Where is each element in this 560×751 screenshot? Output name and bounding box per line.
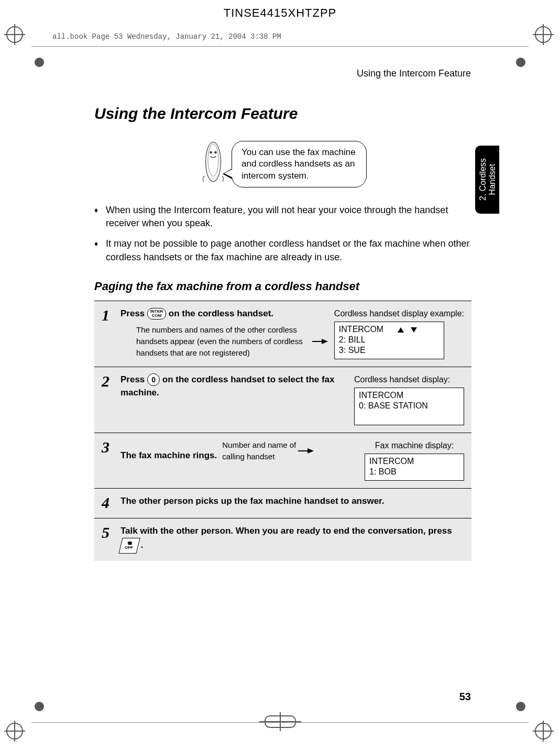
step-body: Press 0 on the cordless handset to selec…: [120, 373, 464, 425]
lcd-display: INTERCOM 0: BASE STATION: [354, 388, 464, 425]
display-label: Cordless handset display example:: [334, 307, 464, 319]
step-text: The fax machine rings.: [120, 449, 217, 462]
display-line: 1: BOB: [369, 467, 397, 476]
register-dot-icon: [516, 702, 525, 711]
callout-row: You can use the fax machine and cordless…: [94, 138, 471, 190]
lcd-display: INTERCOM 2: BILL 3: SUE: [334, 322, 444, 359]
step-text: Press: [120, 308, 147, 318]
lcd-display: INTERCOM 1: BOB: [365, 454, 464, 481]
step-number: 1: [102, 307, 118, 359]
register-dot-icon: [516, 58, 525, 67]
step-number: 5: [102, 525, 118, 554]
step-number: 4: [102, 495, 118, 511]
step-row: 2 Press 0 on the cordless handset to sel…: [94, 367, 471, 433]
step-row: 3 The fax machine rings. Number and name…: [94, 433, 471, 489]
display-line: INTERCOM: [359, 391, 403, 400]
step-subnote: The numbers and names of the other cordl…: [136, 324, 312, 358]
crop-mark-icon: [6, 26, 25, 45]
speech-bubble: You can use the fax machine and cordless…: [232, 141, 367, 187]
display-label: Fax machine display:: [365, 439, 464, 451]
step-row: 4 The other person picks up the fax mach…: [94, 489, 471, 518]
step-row: 5 Talk with the other person. When you a…: [94, 518, 471, 561]
arrow-line: [298, 450, 308, 451]
svg-point-1: [208, 144, 218, 176]
step-text: Talk with the other person. When you are…: [120, 526, 452, 536]
key-label: OFF: [125, 546, 133, 550]
bullet-item: It may not be possible to page another c…: [94, 237, 471, 263]
bullet-item: When using the Intercom feature, you wil…: [94, 204, 471, 230]
center-crop-icon: [265, 715, 296, 728]
print-frame-line: [31, 722, 529, 723]
step-number: 2: [102, 373, 118, 425]
display-line: INTERCOM: [339, 325, 383, 334]
display-line: INTERCOM: [369, 457, 414, 466]
display-line: 2: BILL: [339, 335, 366, 344]
display-label: Cordless handset display:: [354, 373, 464, 385]
zero-key-icon: 0: [147, 373, 160, 386]
page-number: 53: [459, 691, 471, 703]
crop-mark-icon: [535, 723, 554, 742]
triangle-up-icon: [398, 327, 404, 333]
arrow-right-icon: [322, 339, 328, 344]
step-row: 1 Press INTER COM: [94, 301, 471, 367]
display-line: 3: SUE: [339, 346, 366, 355]
handset-icon: [199, 138, 227, 190]
print-frame-line: [31, 46, 529, 47]
subheading: Paging the fax machine from a cordless h…: [94, 280, 471, 293]
steps-list: 1 Press INTER COM: [94, 301, 471, 561]
intercom-key-icon: INTER COM: [147, 308, 166, 319]
manual-page: TINSE4415XHTZPP all.book Page 53 Wednesd…: [0, 0, 560, 751]
register-dot-icon: [35, 702, 44, 711]
chapter-tab-label: 2. CordlessHandset: [478, 159, 496, 201]
step-text: The other person picks up the fax machin…: [120, 496, 385, 506]
register-dot-icon: [35, 58, 44, 67]
step-text: on the cordless handset.: [169, 308, 273, 318]
doc-code: TINSE4415XHTZPP: [224, 6, 337, 20]
step-number: 3: [102, 439, 118, 481]
step-text: Press: [120, 374, 147, 384]
key-label: COM: [150, 314, 163, 318]
svg-point-3: [214, 151, 217, 154]
step-body: Press INTER COM on the cordless handset.: [120, 307, 464, 359]
arrow-right-icon: [308, 448, 314, 454]
page-title: Using the Intercom Feature: [94, 105, 471, 123]
svg-point-2: [210, 151, 212, 154]
crop-mark-icon: [535, 26, 554, 45]
step-text: .: [141, 540, 144, 550]
book-info: all.book Page 53 Wednesday, January 21, …: [52, 32, 281, 41]
page-content: Using the Intercom Feature You can use t…: [94, 105, 471, 561]
step-body: The fax machine rings. Number and name o…: [120, 439, 464, 481]
arrow-line: [312, 341, 322, 342]
running-head: Using the Intercom Feature: [357, 68, 471, 79]
bullet-list: When using the Intercom feature, you wil…: [94, 204, 471, 264]
off-key-icon: ☎ OFF: [118, 538, 140, 554]
triangle-down-icon: [411, 327, 417, 333]
display-line: 0: BASE STATION: [359, 401, 428, 410]
step-body: The other person picks up the fax machin…: [120, 495, 464, 511]
step-subnote: Number and name of calling handset: [222, 439, 298, 462]
chapter-tab: 2. CordlessHandset: [475, 146, 499, 214]
crop-mark-icon: [6, 723, 25, 742]
step-body: Talk with the other person. When you are…: [120, 525, 464, 554]
